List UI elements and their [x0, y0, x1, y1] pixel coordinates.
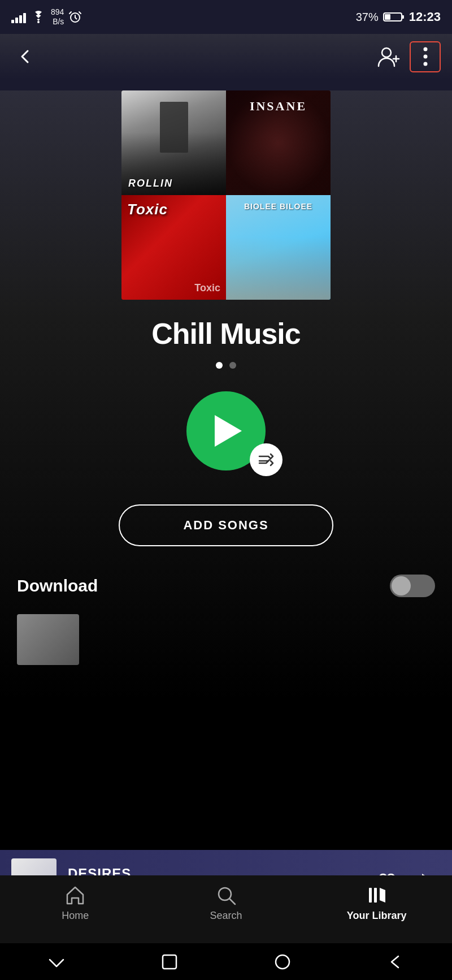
controls-area	[0, 391, 452, 470]
more-menu-button[interactable]	[410, 41, 441, 72]
circle-icon	[274, 953, 291, 970]
top-nav-right	[373, 41, 441, 72]
song-strip	[0, 608, 452, 671]
signal-icon	[11, 11, 26, 23]
bottom-nav: Home Search Your Library	[0, 875, 452, 943]
person-add-icon	[377, 45, 401, 68]
download-label: Download	[17, 576, 98, 595]
svg-point-13	[276, 955, 289, 969]
svg-rect-4	[385, 14, 390, 20]
android-back-button[interactable]	[381, 948, 410, 976]
svg-point-7	[423, 55, 427, 59]
nav-item-library[interactable]: Your Library	[301, 884, 452, 922]
more-vert-icon	[417, 45, 434, 68]
playlist-title: Chill Music	[0, 317, 452, 351]
add-user-button[interactable]	[373, 41, 404, 72]
android-chevron-button[interactable]	[42, 948, 71, 976]
download-section: Download	[0, 558, 452, 608]
toggle-thumb	[392, 576, 411, 595]
android-nav	[0, 943, 452, 980]
status-bar: 894 B/s 37% 12:23	[0, 0, 452, 34]
rollin-label: ROLLIN	[128, 178, 173, 189]
status-right: 37% 12:23	[356, 10, 441, 24]
svg-rect-12	[163, 955, 176, 969]
svg-point-5	[382, 48, 391, 57]
album-cover-insane: INSANE	[226, 90, 331, 195]
main-content: ROLLIN INSANE Toxic Toxic BIOLEE BILOEE …	[0, 90, 452, 852]
svg-rect-11	[374, 888, 377, 903]
svg-point-9	[219, 888, 231, 900]
shuffle-button[interactable]	[250, 443, 282, 476]
home-icon	[64, 884, 86, 906]
wifi-icon	[31, 11, 46, 23]
back-arrow-icon	[16, 48, 34, 66]
add-songs-button[interactable]: ADD SONGS	[119, 504, 333, 546]
playlist-cover: ROLLIN INSANE Toxic Toxic BIOLEE BILOEE	[121, 90, 331, 300]
play-icon	[215, 415, 242, 447]
back-button[interactable]	[11, 42, 40, 71]
data-speed: 894 B/s	[51, 7, 64, 27]
nav-item-search[interactable]: Search	[151, 884, 302, 922]
status-left: 894 B/s	[11, 7, 82, 27]
play-button[interactable]	[186, 391, 266, 470]
top-nav	[0, 34, 452, 79]
nav-item-home[interactable]: Home	[0, 884, 151, 922]
nav-label-home: Home	[62, 910, 89, 922]
svg-rect-3	[402, 15, 404, 19]
album-cover-rollin: ROLLIN	[121, 90, 226, 195]
insane-label: INSANE	[226, 99, 331, 114]
alarm-icon	[68, 10, 82, 24]
battery-percent: 37%	[356, 11, 379, 24]
page-dot-2[interactable]	[229, 362, 236, 369]
android-recents-button[interactable]	[268, 948, 297, 976]
download-toggle[interactable]	[390, 575, 435, 597]
svg-point-0	[37, 21, 40, 23]
svg-rect-10	[369, 888, 372, 903]
square-icon	[161, 953, 178, 970]
album-cover-toxic: Toxic Toxic	[121, 195, 226, 300]
svg-point-6	[423, 48, 427, 51]
library-icon	[366, 884, 388, 906]
nav-label-library: Your Library	[347, 910, 407, 922]
chevron-down-icon	[46, 952, 67, 972]
biolee-label: BIOLEE BILOEE	[226, 202, 331, 211]
time-display: 12:23	[409, 10, 441, 24]
back-nav-icon	[387, 953, 404, 970]
shuffle-icon	[257, 451, 275, 469]
page-indicators	[0, 362, 452, 369]
album-cover-biolee: BIOLEE BILOEE	[226, 195, 331, 300]
battery-icon	[383, 11, 405, 23]
nav-label-search: Search	[210, 910, 242, 922]
search-nav-icon	[215, 884, 237, 906]
android-home-button[interactable]	[155, 948, 184, 976]
song-thumbnail-1[interactable]	[17, 614, 79, 665]
svg-point-8	[423, 62, 427, 66]
page-dot-1[interactable]	[216, 362, 223, 369]
